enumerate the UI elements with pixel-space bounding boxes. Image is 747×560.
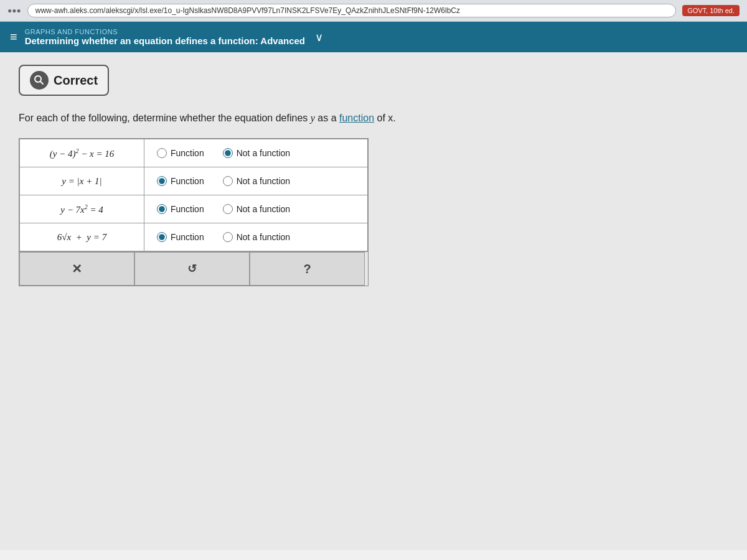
options-cell: FunctionNot a function bbox=[144, 223, 368, 251]
function-label: Function bbox=[171, 232, 204, 242]
function-radio[interactable] bbox=[157, 232, 167, 242]
not-function-option[interactable]: Not a function bbox=[223, 204, 290, 214]
not-function-option[interactable]: Not a function bbox=[223, 176, 290, 186]
close-button[interactable]: ✕ bbox=[19, 252, 134, 286]
function-option[interactable]: Function bbox=[157, 232, 204, 242]
table-row: 6√x + y = 7FunctionNot a function bbox=[20, 223, 368, 251]
subject-label: GRAPHS AND FUNCTIONS bbox=[25, 28, 305, 35]
browser-bar: ●●● www-awh.aleks.com/alekscgi/x/lsl.exe… bbox=[0, 0, 747, 22]
function-label: Function bbox=[171, 204, 204, 214]
ext-button[interactable]: GOVT, 10th ed. bbox=[682, 5, 740, 16]
bottom-actions: ✕ ↺ ? bbox=[19, 251, 368, 286]
nav-title: GRAPHS AND FUNCTIONS Determining whether… bbox=[25, 28, 305, 46]
top-nav: ≡ GRAPHS AND FUNCTIONS Determining wheth… bbox=[0, 22, 747, 52]
function-option[interactable]: Function bbox=[157, 176, 204, 186]
instructions-text-middle: as a bbox=[315, 113, 339, 123]
not-function-radio[interactable] bbox=[223, 204, 233, 214]
svg-line-1 bbox=[40, 82, 43, 84]
equation-cell: 6√x + y = 7 bbox=[20, 223, 144, 251]
instructions-text-before: For each of the following, determine whe… bbox=[19, 113, 311, 123]
url-bar: www-awh.aleks.com/alekscgi/x/lsl.exe/1o_… bbox=[27, 4, 676, 17]
correct-text: Correct bbox=[54, 73, 98, 88]
page-title: Determining whether an equation defines … bbox=[25, 35, 305, 46]
chevron-down-icon[interactable]: ∨ bbox=[315, 30, 323, 44]
hamburger-icon[interactable]: ≡ bbox=[10, 30, 17, 44]
equation-cell: (y − 4)2 − x = 16 bbox=[20, 139, 144, 167]
undo-button[interactable]: ↺ bbox=[134, 252, 250, 286]
search-icon bbox=[30, 71, 49, 90]
function-table-wrapper: (y − 4)2 − x = 16FunctionNot a functiony… bbox=[19, 138, 369, 286]
not-function-label: Not a function bbox=[237, 204, 290, 214]
correct-badge: Correct bbox=[19, 65, 109, 96]
function-label: Function bbox=[171, 176, 204, 186]
function-label: Function bbox=[171, 148, 204, 158]
instructions-y: y bbox=[311, 113, 315, 123]
not-function-label: Not a function bbox=[237, 232, 290, 242]
equation-cell: y = |x + 1| bbox=[20, 167, 144, 195]
table-row: y = |x + 1|FunctionNot a function bbox=[20, 167, 368, 195]
not-function-radio[interactable] bbox=[223, 176, 233, 186]
function-radio[interactable] bbox=[157, 176, 167, 186]
function-option[interactable]: Function bbox=[157, 204, 204, 214]
function-radio[interactable] bbox=[157, 148, 167, 158]
instructions: For each of the following, determine whe… bbox=[19, 111, 728, 126]
not-function-radio[interactable] bbox=[223, 148, 233, 158]
function-radio[interactable] bbox=[157, 204, 167, 214]
table-row: (y − 4)2 − x = 16FunctionNot a function bbox=[20, 139, 368, 167]
table-row: y − 7x2 = 4FunctionNot a function bbox=[20, 195, 368, 223]
options-cell: FunctionNot a function bbox=[144, 139, 368, 167]
not-function-radio[interactable] bbox=[223, 232, 233, 242]
function-link[interactable]: function bbox=[339, 113, 374, 123]
instructions-text-after: of x. bbox=[374, 113, 396, 123]
function-option[interactable]: Function bbox=[157, 148, 204, 158]
browser-close-icon: ●●● bbox=[7, 6, 21, 15]
function-table: (y − 4)2 − x = 16FunctionNot a functiony… bbox=[19, 139, 368, 251]
main-content: Correct For each of the following, deter… bbox=[0, 52, 747, 550]
not-function-label: Not a function bbox=[237, 176, 290, 186]
options-cell: FunctionNot a function bbox=[144, 195, 368, 223]
help-button[interactable]: ? bbox=[250, 252, 365, 286]
options-cell: FunctionNot a function bbox=[144, 167, 368, 195]
not-function-label: Not a function bbox=[237, 148, 290, 158]
not-function-option[interactable]: Not a function bbox=[223, 148, 290, 158]
not-function-option[interactable]: Not a function bbox=[223, 232, 290, 242]
equation-cell: y − 7x2 = 4 bbox=[20, 195, 144, 223]
